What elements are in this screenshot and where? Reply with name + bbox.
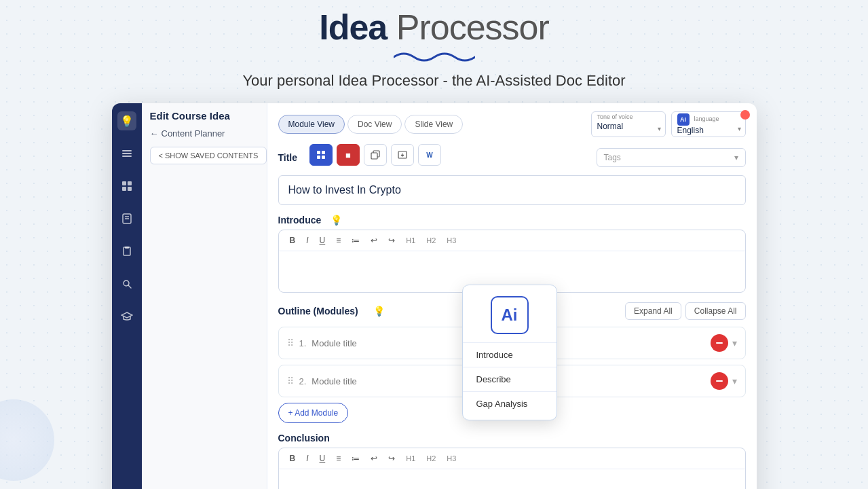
- svg-rect-18: [322, 156, 325, 159]
- ai-menu-gap-analysis[interactable]: Gap Analysis: [463, 393, 556, 414]
- conclusion-undo-btn[interactable]: ↩: [366, 452, 381, 465]
- conclusion-h2-btn[interactable]: H2: [422, 453, 440, 464]
- ai-dropdown: Ai Introduce Describe Gap Analysis: [462, 285, 557, 420]
- introduce-lightbulb-icon: 💡: [331, 215, 342, 225]
- collapse-all-button[interactable]: Collapse All: [685, 302, 746, 320]
- show-saved-button[interactable]: < SHOW SAVED CONTENTS: [150, 147, 267, 164]
- svg-rect-20: [371, 153, 377, 159]
- outline-header-left: Outline (Modules) 💡: [278, 306, 385, 316]
- title-label: Title: [278, 152, 298, 163]
- h3-btn[interactable]: H3: [442, 235, 460, 246]
- toolbar-export-btn[interactable]: [391, 144, 414, 166]
- title-input[interactable]: How to Invest In Crypto: [278, 175, 746, 205]
- language-select[interactable]: English Spanish French: [677, 126, 740, 135]
- tone-label: Tone of voice: [597, 113, 660, 120]
- tone-chevron-icon: ▾: [658, 125, 661, 132]
- introduce-editor: B I U ≡ ≔ ↩ ↪ H1 H2 H3: [278, 230, 746, 293]
- back-arrow-icon: ←: [150, 128, 159, 139]
- tab-doc-view[interactable]: Doc View: [347, 115, 402, 134]
- h1-btn[interactable]: H1: [402, 235, 419, 246]
- app-title: Idea Processor: [319, 7, 549, 48]
- conclusion-content[interactable]: [279, 469, 745, 489]
- tone-select[interactable]: Normal Formal Casual: [597, 122, 660, 131]
- module-number-2: 2.: [299, 376, 307, 386]
- underline-btn[interactable]: U: [316, 234, 330, 247]
- bullets-btn[interactable]: ≡: [332, 234, 345, 247]
- svg-rect-5: [122, 187, 126, 191]
- tab-module-view[interactable]: Module View: [278, 115, 345, 134]
- redo-btn[interactable]: ↪: [384, 234, 399, 247]
- module-actions-1: ▾: [711, 334, 737, 352]
- sidebar-icon-idea[interactable]: 💡: [117, 111, 136, 130]
- toolbar-copy-btn[interactable]: [364, 144, 387, 166]
- sidebar-icon-grid[interactable]: [117, 177, 136, 196]
- module-delete-btn-1[interactable]: [711, 334, 728, 352]
- svg-rect-4: [128, 181, 132, 185]
- conclusion-h1-btn[interactable]: H1: [402, 453, 419, 464]
- outline-buttons: Expand All Collapse All: [625, 302, 745, 320]
- svg-rect-0: [122, 150, 132, 151]
- ai-divider-2: [463, 367, 556, 367]
- window-close-button[interactable]: [740, 110, 750, 120]
- conclusion-toolbar: B I U ≡ ≔ ↩ ↪ H1 H2 H3: [279, 448, 745, 469]
- conclusion-numbered-btn[interactable]: ≔: [347, 452, 364, 465]
- outline-lightbulb-icon: 💡: [373, 306, 385, 316]
- introduce-label: Introduce: [278, 215, 322, 225]
- toolbar-stop-btn[interactable]: ■: [337, 144, 360, 166]
- sidebar-icon-layers[interactable]: [117, 144, 136, 163]
- svg-rect-11: [125, 247, 129, 249]
- h2-btn[interactable]: H2: [422, 235, 440, 246]
- decorative-circle: [0, 399, 54, 481]
- conclusion-bold-btn[interactable]: B: [286, 452, 300, 465]
- app-window: 💡: [112, 103, 757, 489]
- module-delete-btn-2[interactable]: [711, 372, 728, 390]
- undo-btn[interactable]: ↩: [366, 234, 381, 247]
- sidebar-icon-clipboard[interactable]: [117, 242, 136, 261]
- outline-label: Outline (Modules): [278, 306, 358, 316]
- module-expand-btn-2[interactable]: ▾: [732, 376, 737, 386]
- bold-btn[interactable]: B: [286, 234, 300, 247]
- svg-rect-3: [122, 181, 126, 185]
- ai-menu-describe[interactable]: Describe: [463, 369, 556, 390]
- svg-rect-6: [128, 187, 132, 191]
- page-title: Edit Course Idea: [150, 110, 230, 122]
- module-drag-handle-1[interactable]: ⠿: [287, 338, 294, 348]
- language-control: Ai language English Spanish French ▾: [671, 111, 746, 137]
- tone-language-controls: Tone of voice Normal Formal Casual ▾: [591, 111, 746, 137]
- ai-language-icon: Ai: [677, 113, 690, 126]
- expand-all-button[interactable]: Expand All: [625, 302, 681, 320]
- back-link-label: Content Planner: [162, 128, 225, 139]
- language-label: language: [694, 115, 719, 122]
- tags-chevron-icon: ▾: [734, 153, 738, 162]
- italic-btn[interactable]: I: [302, 234, 312, 247]
- svg-rect-17: [317, 156, 320, 159]
- module-expand-btn-1[interactable]: ▾: [732, 338, 737, 348]
- tags-dropdown[interactable]: Tags ▾: [597, 148, 746, 167]
- sidebar-icon-search[interactable]: [117, 274, 136, 293]
- conclusion-redo-btn[interactable]: ↪: [384, 452, 399, 465]
- add-module-button[interactable]: + Add Module: [278, 403, 349, 423]
- tags-placeholder: Tags: [604, 153, 621, 162]
- toolbar-grid-btn[interactable]: [309, 144, 333, 166]
- sidebar-icon-graduation[interactable]: [117, 307, 136, 326]
- wave-decoration: [394, 50, 475, 64]
- sidebar: 💡: [112, 103, 142, 489]
- numbered-btn[interactable]: ≔: [347, 234, 364, 247]
- back-nav[interactable]: ← Content Planner: [150, 128, 259, 139]
- ai-menu-introduce[interactable]: Introduce: [463, 344, 556, 365]
- conclusion-h3-btn[interactable]: H3: [442, 453, 460, 464]
- conclusion-italic-btn[interactable]: I: [302, 452, 312, 465]
- ai-divider: [463, 342, 556, 343]
- toolbar-word-btn[interactable]: W: [418, 144, 441, 166]
- left-panel: Edit Course Idea ← Content Planner < SHO…: [142, 103, 267, 489]
- module-drag-handle-2[interactable]: ⠿: [287, 376, 294, 386]
- svg-rect-16: [322, 151, 325, 154]
- conclusion-underline-btn[interactable]: U: [316, 452, 330, 465]
- view-tabs: Module View Doc View Slide View: [278, 115, 464, 134]
- introduce-section: Introduce 💡 B I U ≡ ≔ ↩ ↪: [278, 215, 746, 293]
- introduce-toolbar: B I U ≡ ≔ ↩ ↪ H1 H2 H3: [279, 230, 745, 251]
- tab-slide-view[interactable]: Slide View: [404, 115, 463, 134]
- conclusion-label: Conclusion: [278, 433, 330, 443]
- conclusion-bullets-btn[interactable]: ≡: [332, 452, 345, 465]
- sidebar-icon-book[interactable]: [117, 209, 136, 228]
